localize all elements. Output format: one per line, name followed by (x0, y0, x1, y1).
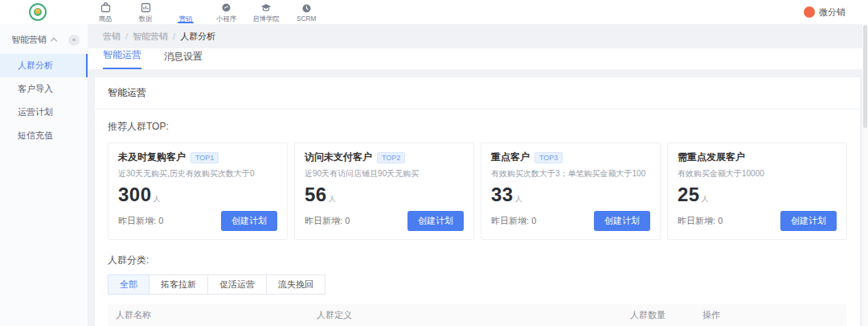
segment-card-key-customers: 重点客户 TOP3 有效购买次数大于3；单笔购买金额大于100 33人 昨日新增… (481, 142, 661, 240)
col-header-action: 操作 (702, 309, 839, 321)
top-nav-item-products[interactable]: 商品 (88, 0, 122, 24)
user-account[interactable]: 微分销 (804, 6, 845, 19)
breadcrumb-item[interactable]: 智能营销 (133, 31, 168, 41)
sidebar-group-header[interactable]: 智能营销 « (0, 24, 88, 54)
top-nav-item-miniprogram[interactable]: 小程序 (209, 0, 243, 24)
user-name: 微分销 (819, 6, 845, 19)
miniprogram-icon (221, 2, 231, 13)
page-tabs: 智能运营 消息设置 (88, 48, 868, 69)
yesterday-new-label: 昨日新增: (305, 216, 342, 225)
panel-title: 智能运营 (95, 77, 860, 109)
yesterday-new-value: 0 (158, 216, 163, 225)
product-icon (100, 2, 111, 13)
segment-count: 33 (491, 184, 514, 205)
create-plan-button[interactable]: 创建计划 (594, 211, 650, 231)
sidebar-group-label: 智能营销 (11, 34, 47, 46)
top-nav-label: 营销 (179, 14, 193, 23)
filter-churn-recovery[interactable]: 流失挽回 (266, 274, 326, 295)
scrollbar[interactable] (862, 24, 868, 326)
logo-flower-icon (34, 8, 42, 16)
sidebar-item-crowd-analysis[interactable]: 人群分析 (0, 54, 88, 77)
segment-filters: 全部 拓客拉新 促活运营 流失挽回 (108, 274, 847, 295)
yesterday-new-label: 昨日新增: (491, 216, 529, 225)
top-nav-label: 小程序 (216, 14, 236, 23)
segments-table: 人群名称 人群定义 人群数量 操作 未及时复购客户 近30天无购买,历史有效购买… (108, 304, 847, 326)
yesterday-new-label: 昨日新增: (118, 216, 156, 225)
segment-classification-label: 人群分类: (108, 254, 847, 267)
filter-acquisition[interactable]: 拓客拉新 (149, 274, 208, 295)
data-icon (141, 2, 151, 13)
collapse-sidebar-button[interactable]: « (68, 35, 80, 46)
smart-operation-panel: 智能运营 推荐人群TOP: 未及时复购客户 TOP1 近30天无购买,历史有效购… (95, 77, 860, 326)
top-nav-item-marketing[interactable]: 营销 (169, 0, 203, 24)
top-nav-label: 启博学院 (252, 14, 279, 23)
topbar: 商品 数据 营销 小程序 启博学院 SCR (0, 0, 868, 24)
yesterday-new-value: 0 (718, 216, 723, 225)
scrollbar-thumb[interactable] (863, 25, 867, 128)
top-nav-item-data[interactable]: 数据 (129, 0, 162, 24)
user-avatar (804, 6, 815, 18)
segment-count-unit: 人 (329, 195, 336, 203)
create-plan-button[interactable]: 创建计划 (407, 211, 464, 231)
segment-card-desc: 有效购买次数大于3；单笔购买金额大于100 (491, 168, 650, 180)
top-nav: 商品 数据 营销 小程序 启博学院 SCR (88, 0, 323, 24)
academy-icon (260, 2, 272, 13)
sidebar: 智能营销 « 人群分析 客户导入 运营计划 短信充值 (0, 24, 88, 326)
sidebar-item-operation-plan[interactable]: 运营计划 (0, 101, 88, 124)
table-header-row: 人群名称 人群定义 人群数量 操作 (108, 304, 847, 326)
yesterday-new-value: 0 (531, 216, 536, 225)
yesterday-new-label: 昨日新增: (678, 216, 715, 225)
breadcrumb-current: 人群分析 (180, 31, 215, 41)
top-nav-item-academy[interactable]: 启博学院 (249, 0, 283, 24)
top-nav-label: SCRM (297, 14, 316, 22)
segment-count: 300 (118, 184, 152, 205)
segment-card-title: 未及时复购客户 (118, 151, 186, 164)
top-nav-label: 商品 (99, 14, 113, 23)
segment-card-title: 访问未支付客户 (305, 151, 372, 164)
app-logo (29, 3, 47, 21)
marketing-icon (182, 2, 190, 13)
filter-activation[interactable]: 促活运营 (207, 274, 267, 295)
chevron-up-icon (51, 38, 57, 44)
segment-card-desc: 有效购买金额大于10000 (678, 168, 837, 180)
segment-card-repurchase: 未及时复购客户 TOP1 近30天无购买,历史有效购买次数大于0 300人 昨日… (108, 142, 288, 240)
recommend-top-label: 推荐人群TOP: (108, 120, 847, 134)
recommend-cards: 未及时复购客户 TOP1 近30天无购买,历史有效购买次数大于0 300人 昨日… (108, 142, 847, 240)
segment-count-unit: 人 (702, 195, 709, 203)
filter-all[interactable]: 全部 (108, 274, 149, 295)
segment-count: 56 (305, 184, 327, 205)
create-plan-button[interactable]: 创建计划 (780, 211, 837, 231)
breadcrumb-separator: / (173, 31, 175, 41)
create-plan-button[interactable]: 创建计划 (221, 211, 277, 231)
tab-message-settings[interactable]: 消息设置 (164, 50, 203, 69)
top-rank-badge: TOP2 (377, 152, 405, 163)
top-rank-badge: TOP3 (534, 152, 563, 163)
top-rank-badge: TOP1 (190, 152, 219, 163)
breadcrumb-item[interactable]: 营销 (103, 31, 121, 41)
segment-count-unit: 人 (154, 195, 161, 203)
segment-card-desc: 近30天无购买,历史有效购买次数大于0 (118, 168, 277, 180)
segment-card-title: 重点客户 (491, 151, 530, 164)
main-content: 营销/智能营销/人群分析 智能运营 消息设置 智能运营 推荐人群TOP: 未及时… (88, 24, 868, 326)
segment-count: 25 (678, 184, 700, 205)
top-nav-label: 数据 (139, 14, 153, 23)
tab-smart-operation[interactable]: 智能运营 (103, 48, 141, 69)
col-header-definition: 人群定义 (317, 309, 630, 321)
col-header-name: 人群名称 (116, 309, 317, 321)
breadcrumb-separator: / (125, 31, 128, 41)
yesterday-new-value: 0 (345, 216, 350, 225)
top-nav-item-scrm[interactable]: SCRM (289, 0, 323, 24)
sidebar-item-sms-recharge[interactable]: 短信充值 (0, 124, 88, 147)
segment-card-desc: 近90天有访问店铺且90天无购买 (305, 168, 464, 180)
segment-count-unit: 人 (515, 195, 522, 203)
breadcrumb: 营销/智能营销/人群分析 (88, 24, 868, 48)
sidebar-item-customer-import[interactable]: 客户导入 (0, 77, 88, 101)
segment-card-visited-unpaid: 访问未支付客户 TOP2 近90天有访问店铺且90天无购买 56人 昨日新增: … (294, 142, 474, 240)
segment-card-development: 需重点发展客户 有效购买金额大于10000 25人 昨日新增: 0 创建计划 (667, 142, 847, 240)
scrm-icon (301, 3, 312, 14)
col-header-count: 人群数量 (630, 309, 702, 321)
segment-card-title: 需重点发展客户 (678, 151, 745, 164)
